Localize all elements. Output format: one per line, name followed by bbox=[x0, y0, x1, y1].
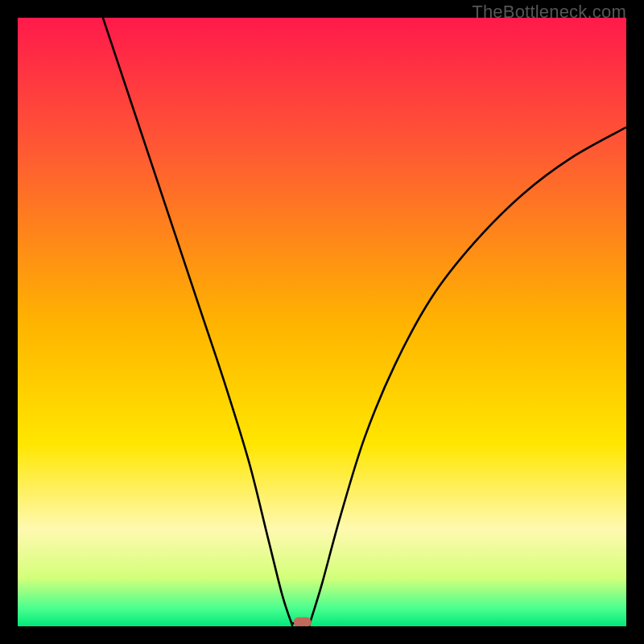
plot-area bbox=[18, 18, 626, 626]
min-marker bbox=[294, 617, 312, 626]
chart-svg bbox=[18, 18, 626, 626]
chart-frame: TheBottleneck.com bbox=[0, 0, 644, 644]
gradient-background bbox=[18, 18, 626, 626]
